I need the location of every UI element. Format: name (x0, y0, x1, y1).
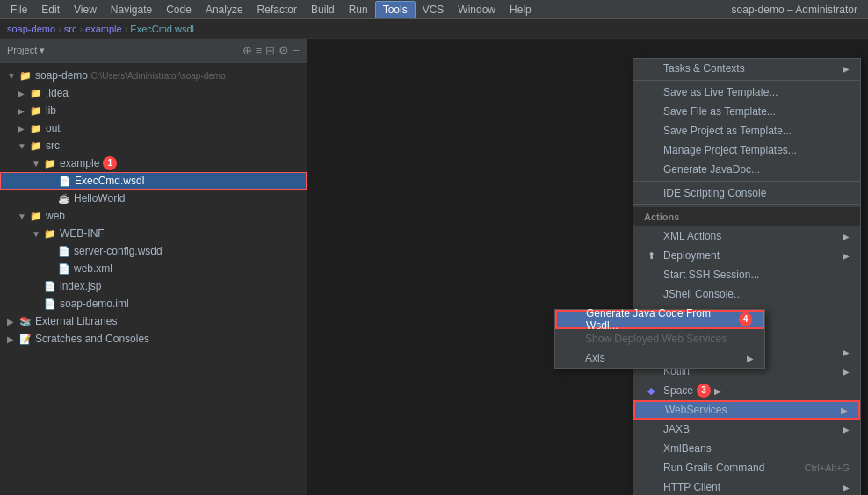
menu-generate-javadoc[interactable]: Generate JavaDoc... (633, 160, 860, 179)
folder-icon: 📁 (44, 228, 56, 240)
tree-item-indexjsp[interactable]: 📄 index.jsp (0, 277, 307, 295)
tree-item-webxml[interactable]: 📄 web.xml (0, 260, 307, 277)
tree-item-idea[interactable]: ▶ 📁 .idea (0, 84, 307, 102)
submenu-arrow-icon: ▶ (747, 354, 754, 363)
file-tree: ▼ 📁 soap-demo C:\Users\Administrator\soa… (0, 63, 307, 351)
folder-icon: 📁 (44, 158, 56, 169)
tree-item-serverconfig[interactable]: 📄 server-config.wsdd (0, 242, 307, 260)
menu-code[interactable]: Code (159, 2, 199, 18)
menu-save-project[interactable]: Save Project as Template... (633, 121, 860, 140)
submenu-arrow-icon: ▶ (714, 386, 721, 396)
menu-edit[interactable]: Edit (34, 2, 67, 18)
menu-view[interactable]: View (67, 2, 104, 18)
menu-xml-actions[interactable]: XML Actions ▶ (633, 226, 860, 246)
sidebar-icon-add[interactable]: ⊕ (242, 44, 252, 57)
menu-help[interactable]: Help (503, 2, 539, 18)
tree-item-webinf[interactable]: ▼ 📁 WEB-INF (0, 225, 307, 242)
tree-item-src[interactable]: ▼ 📁 src (0, 137, 307, 154)
menu-tasks[interactable]: Tasks & Contexts ▶ (633, 59, 860, 78)
submenu-arrow-icon: ▶ (843, 367, 850, 377)
submenu-arrow-icon: ▶ (843, 348, 850, 357)
submenu-arrow-icon: ▶ (841, 405, 848, 415)
menu-ssh[interactable]: Start SSH Session... (633, 265, 860, 284)
tree-item-out[interactable]: ▶ 📁 out (0, 119, 307, 137)
menu-generate-java[interactable]: Generate Java Code From Wsdl... 4 (555, 310, 764, 329)
breadcrumb: soap-demo › src › example › ExecCmd.wsdl (0, 19, 868, 39)
menu-webservices[interactable]: WebServices ▶ (633, 400, 860, 420)
menu-analyze[interactable]: Analyze (199, 2, 250, 18)
menu-item-label: Axis (585, 352, 605, 364)
menu-xmlbeans[interactable]: XmlBeans (633, 439, 860, 458)
menu-space[interactable]: ◆ Space 3 ▶ (633, 381, 860, 400)
expand-arrow: ▼ (7, 71, 18, 81)
extlib-icon: 📚 (19, 316, 32, 327)
menu-file[interactable]: File (4, 2, 34, 18)
menu-window[interactable]: Window (451, 2, 503, 18)
tree-item-extlibs[interactable]: ▶ 📚 External Libraries (0, 312, 307, 330)
tree-item-soapdemo[interactable]: ▼ 📁 soap-demo C:\Users\Administrator\soa… (0, 67, 307, 84)
file-icon: 📄 (44, 281, 56, 292)
grails-shortcut: Ctrl+Alt+G (805, 463, 850, 473)
sidebar-icon-list[interactable]: ≡ (256, 44, 263, 57)
tree-label: .idea (46, 87, 69, 99)
submenu-arrow-icon: ▶ (843, 425, 850, 434)
tree-item-lib[interactable]: ▶ 📁 lib (0, 102, 307, 119)
menu-item-label: HTTP Client (663, 481, 720, 493)
menu-item-label: IDE Scripting Console (663, 187, 766, 199)
tree-item-soapdemoixml[interactable]: 📄 soap-demo.iml (0, 295, 307, 312)
menu-axis[interactable]: Axis ▶ (555, 348, 764, 368)
file-icon: 📄 (58, 263, 70, 275)
menu-item-label: Tasks & Contexts (663, 62, 745, 75)
tree-item-example[interactable]: ▼ 📁 example 1 (0, 154, 307, 172)
menu-ide-scripting[interactable]: IDE Scripting Console (633, 183, 860, 203)
menu-tools[interactable]: Tools (375, 1, 416, 18)
expand-arrow: ▶ (18, 124, 28, 133)
menu-item-label: Save as Live Template... (663, 86, 778, 98)
sidebar-icon-collapse[interactable]: ⊟ (265, 44, 275, 57)
menu-build[interactable]: Build (304, 2, 342, 18)
tree-item-scratches[interactable]: ▶ 📝 Scratches and Consoles (0, 330, 307, 348)
expand-arrow: ▶ (7, 334, 18, 344)
menu-jaxb[interactable]: JAXB ▶ (633, 420, 860, 439)
menu-manage-templates[interactable]: Manage Project Templates... (633, 140, 860, 160)
tree-item-helloworld[interactable]: ☕ HelloWorld (0, 190, 307, 207)
tree-label: Scratches and Consoles (35, 333, 149, 345)
breadcrumb-part4[interactable]: ExecCmd.wsdl (130, 24, 194, 34)
menu-vcs[interactable]: VCS (416, 2, 452, 18)
tree-label: web (46, 210, 65, 222)
expand-arrow: ▶ (18, 89, 28, 98)
deployment-icon: ⬆ (644, 250, 658, 262)
expand-arrow: ▼ (32, 159, 42, 169)
divider (633, 181, 860, 182)
menu-navigate[interactable]: Navigate (104, 2, 159, 18)
sidebar-icon-close[interactable]: − (293, 44, 300, 57)
breadcrumb-part3[interactable]: example (85, 24, 122, 34)
sidebar: Project ▾ ⊕ ≡ ⊟ ⚙ − ▼ 📁 soap-demo C:\Use… (0, 39, 307, 495)
content-area: re Double Shift hift+R +E 4 Tasks & Cont… (307, 39, 868, 495)
menu-save-file[interactable]: Save File as Template... (633, 102, 860, 121)
menu-item-label: WebServices (665, 404, 727, 416)
folder-icon: 📁 (19, 70, 32, 82)
menu-show-deployed: Show Deployed Web Services (555, 329, 764, 348)
tree-label: example (60, 157, 99, 169)
menu-http-client[interactable]: HTTP Client ▶ (633, 477, 860, 495)
menu-deployment[interactable]: ⬆ Deployment ▶ (633, 246, 860, 265)
expand-arrow: ▼ (32, 229, 42, 239)
tree-item-web[interactable]: ▼ 📁 web (0, 207, 307, 225)
menu-save-live[interactable]: Save as Live Template... (633, 82, 860, 102)
wsdl-icon: 📄 (59, 176, 71, 187)
breadcrumb-part1[interactable]: soap-demo (7, 24, 55, 34)
tree-label: lib (46, 104, 56, 117)
submenu-arrow-icon: ▶ (843, 232, 850, 241)
submenu-arrow-icon: ▶ (843, 64, 850, 74)
menu-item-label: Show Deployed Web Services (585, 333, 727, 345)
menu-refactor[interactable]: Refactor (250, 2, 304, 18)
tree-item-execcmd[interactable]: 📄 ExecCmd.wsdl (0, 172, 307, 190)
menu-run[interactable]: Run (342, 2, 375, 18)
sidebar-icon-settings[interactable]: ⚙ (278, 44, 289, 57)
breadcrumb-part2[interactable]: src (64, 24, 77, 34)
submenu-arrow-icon: ▶ (843, 251, 850, 261)
menu-grails[interactable]: Run Grails Command Ctrl+Alt+G (633, 458, 860, 477)
submenu-arrow-icon: ▶ (843, 483, 850, 492)
menu-jshell[interactable]: JShell Console... (633, 284, 860, 304)
